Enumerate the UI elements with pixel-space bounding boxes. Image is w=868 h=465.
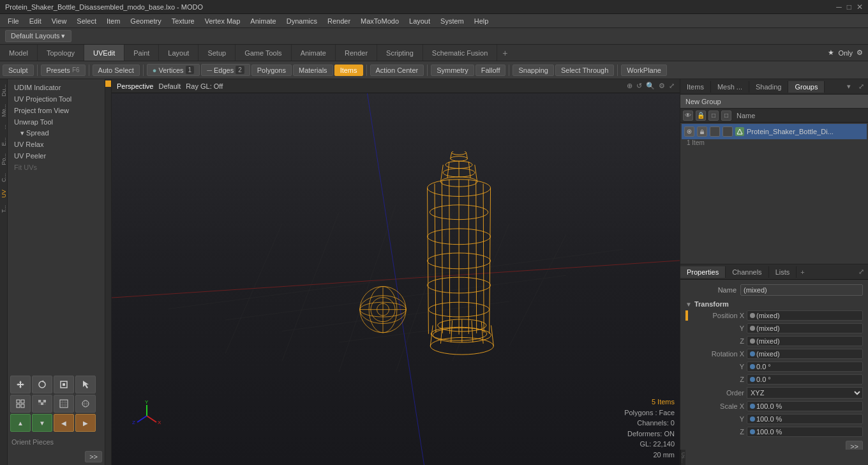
workplane-btn[interactable]: WorkPlane <box>621 65 667 76</box>
tab-model[interactable]: Model <box>0 45 38 61</box>
menu-vertexmap[interactable]: Vertex Map <box>200 16 246 26</box>
side-tab-me[interactable]: Me... <box>0 100 8 121</box>
add-tab-btn[interactable]: + <box>497 45 513 61</box>
select-icon[interactable] <box>75 376 96 393</box>
viewport-perspective[interactable]: Perspective <box>117 82 153 90</box>
checker-icon[interactable] <box>32 395 52 413</box>
uv-projection-tool[interactable]: UV Projection Tool <box>10 93 102 105</box>
menu-dynamics[interactable]: Dynamics <box>281 16 322 26</box>
arrow-right-icon[interactable]: ▶ <box>75 414 96 432</box>
viewport-raygl[interactable]: Ray GL: Off <box>186 82 223 90</box>
tab-topology[interactable]: Topology <box>38 45 84 61</box>
arrow-down-icon[interactable]: ▼ <box>32 414 52 432</box>
viewport-maximize-icon[interactable]: ⤢ <box>669 82 675 90</box>
rotate-icon[interactable] <box>32 376 52 393</box>
uv-grid-icon[interactable] <box>54 395 74 413</box>
item-vis-eye[interactable] <box>684 126 694 137</box>
vis2-icon[interactable]: □ <box>721 111 731 121</box>
presets-btn[interactable]: Presets F6 <box>41 65 86 76</box>
side-tab-t[interactable]: T... <box>0 201 8 217</box>
minimize-btn[interactable]: ─ <box>836 3 842 11</box>
eye-icon[interactable]: 👁 <box>683 111 693 121</box>
right-tab-groups[interactable]: Groups <box>788 81 825 93</box>
settings-icon[interactable]: ⚙ <box>857 49 863 57</box>
menu-help[interactable]: Help <box>469 16 494 26</box>
polygons-btn[interactable]: Polygons <box>251 65 292 76</box>
expand-left-btn[interactable]: >> <box>85 451 102 462</box>
prop-tab-add[interactable]: + <box>797 266 808 278</box>
fit-uvs-tool[interactable]: Fit UVs <box>10 162 102 173</box>
materials-btn[interactable]: Materials <box>293 65 333 76</box>
side-tab-c[interactable]: C... <box>0 169 8 186</box>
spread-option[interactable]: ▾ Spread <box>10 128 102 139</box>
layout-dropdown[interactable]: Default Layouts ▾ <box>5 30 71 42</box>
prop-tab-lists[interactable]: Lists <box>769 266 797 278</box>
menu-geometry[interactable]: Geometry <box>125 16 166 26</box>
udim-indicator-tool[interactable]: UDIM Indicator <box>10 82 102 93</box>
right-tab-dropdown[interactable]: ▾ <box>843 80 855 93</box>
viewport-refresh-icon[interactable]: ↺ <box>636 82 642 90</box>
viewport-settings-icon[interactable]: ⚙ <box>659 82 665 90</box>
grid-icon[interactable] <box>10 395 31 413</box>
lock-icon[interactable]: 🔒 <box>696 111 706 121</box>
side-tab-uv[interactable]: UV <box>0 186 8 202</box>
prop-tab-properties[interactable]: Properties <box>680 266 726 278</box>
viewport-default[interactable]: Default <box>158 82 181 90</box>
close-btn[interactable]: ✕ <box>857 3 863 11</box>
prop-tab-channels[interactable]: Channels <box>726 266 768 278</box>
tab-gametools[interactable]: Game Tools <box>236 45 292 61</box>
menu-select[interactable]: Select <box>71 16 101 26</box>
name-input[interactable]: (mixed) <box>740 284 863 296</box>
project-from-view-tool[interactable]: Project from View <box>10 105 102 116</box>
side-tab-e[interactable]: E... <box>0 133 8 150</box>
menu-layout[interactable]: Layout <box>404 16 435 26</box>
tab-layout[interactable]: Layout <box>159 45 198 61</box>
menu-file[interactable]: File <box>3 16 24 26</box>
menu-animate[interactable]: Animate <box>245 16 281 26</box>
select-through-btn[interactable]: Select Through <box>555 65 614 76</box>
vis1-icon[interactable]: □ <box>708 111 719 121</box>
tab-schematic[interactable]: Schematic Fusion <box>423 45 497 61</box>
prop-tab-expand[interactable]: ⤢ <box>855 266 868 278</box>
menu-maxtomodo[interactable]: MaxToModo <box>355 16 404 26</box>
move-icon[interactable] <box>10 376 31 393</box>
tab-uvedit[interactable]: UVEdit <box>84 45 124 61</box>
auto-select-btn[interactable]: Auto Select <box>93 65 140 76</box>
menu-item[interactable]: Item <box>101 16 125 26</box>
viewport-zoom-icon[interactable]: 🔍 <box>646 82 655 90</box>
unwrap-tool[interactable]: Unwrap Tool <box>10 116 102 128</box>
maximize-btn[interactable]: □ <box>847 3 851 11</box>
right-tab-shading[interactable]: Shading <box>749 81 788 93</box>
items-btn[interactable]: Items <box>334 65 363 76</box>
tab-setup[interactable]: Setup <box>198 45 236 61</box>
symmetry-btn[interactable]: Symmetry <box>431 65 474 76</box>
action-center-btn[interactable]: Action Center <box>370 65 424 76</box>
item-row-bottle[interactable]: Protein_Shaker_Bottle_Di... <box>682 124 867 139</box>
sculpt-btn[interactable]: Sculpt <box>3 65 34 76</box>
tab-paint[interactable]: Paint <box>124 45 159 61</box>
tab-animate[interactable]: Animate <box>292 45 336 61</box>
order-select[interactable]: XYZ <box>747 387 863 399</box>
right-tab-expand[interactable]: ⤢ <box>855 80 868 93</box>
viewport-fit-icon[interactable]: ⊕ <box>627 82 632 90</box>
uv-peeler-tool[interactable]: UV Peeler <box>10 150 102 162</box>
scale-icon[interactable] <box>54 376 74 393</box>
menu-system[interactable]: System <box>435 16 469 26</box>
uv-strip-btn[interactable] <box>105 80 112 87</box>
tab-scripting[interactable]: Scripting <box>377 45 423 61</box>
uv-relax-tool[interactable]: UV Relax <box>10 139 102 150</box>
right-tab-items[interactable]: Items <box>680 81 711 93</box>
viewport[interactable]: Perspective Default Ray GL: Off ⊕ ↺ 🔍 ⚙ … <box>112 79 680 465</box>
menu-view[interactable]: View <box>47 16 72 26</box>
menu-texture[interactable]: Texture <box>167 16 200 26</box>
side-tab-dots[interactable]: ... <box>0 121 8 133</box>
arrow-up-icon[interactable]: ▲ <box>10 414 31 432</box>
snapping-btn[interactable]: Snapping <box>513 65 554 76</box>
item-vis-1[interactable] <box>710 126 720 137</box>
right-tab-mesh[interactable]: Mesh ... <box>711 81 749 93</box>
item-vis-2[interactable] <box>722 126 733 137</box>
edges-btn[interactable]: ─ Edges 2 <box>201 64 250 76</box>
vertices-btn[interactable]: ● Vertices 1 <box>147 64 200 76</box>
props-expand-btn[interactable]: >> <box>846 441 863 450</box>
falloff-btn[interactable]: Falloff <box>475 65 506 76</box>
